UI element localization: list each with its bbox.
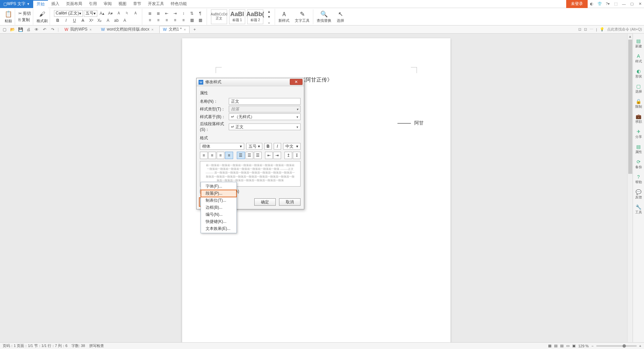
- line-spacing-3-button[interactable]: ☰: [254, 152, 262, 159]
- view-read-icon[interactable]: ▭: [566, 344, 570, 348]
- dialog-close-button[interactable]: ✕: [290, 79, 303, 85]
- sort-icon[interactable]: ⇅: [188, 10, 196, 16]
- side-new[interactable]: ▤新建: [634, 37, 644, 50]
- tab-view[interactable]: 视图: [115, 0, 130, 8]
- qa-preview-icon[interactable]: 👁: [34, 27, 40, 33]
- menu-numbering[interactable]: 编号(N)...: [201, 211, 236, 218]
- format-painter-icon[interactable]: 🖌: [38, 10, 47, 18]
- side-select[interactable]: ▢选择: [634, 82, 644, 95]
- minimize-icon[interactable]: —: [620, 0, 628, 8]
- side-shape[interactable]: ◐形状: [634, 67, 644, 80]
- tab-layout[interactable]: 页面布局: [63, 0, 86, 8]
- para-before-button[interactable]: ↥: [284, 152, 292, 159]
- close-icon[interactable]: ×: [184, 28, 186, 32]
- menu-shortcut[interactable]: 快捷键(K)...: [201, 218, 236, 225]
- line-spacing-icon[interactable]: ↕: [180, 10, 187, 16]
- zoom-slider[interactable]: [596, 345, 637, 347]
- menu-paragraph[interactable]: 段落(P)...: [201, 190, 236, 197]
- close-icon[interactable]: ✕: [636, 0, 644, 8]
- align-center-icon[interactable]: ≡: [155, 17, 162, 23]
- scroll-thumb[interactable]: [628, 40, 632, 174]
- next-select[interactable]: ↵ 正文: [229, 123, 301, 130]
- ok-button[interactable]: 确定: [254, 198, 276, 206]
- qa-undo-icon[interactable]: ↶: [42, 27, 48, 33]
- align-right-button[interactable]: ≡: [217, 152, 224, 159]
- italic-button[interactable]: I: [274, 143, 281, 150]
- base-select[interactable]: ↵（无样式）: [229, 113, 301, 120]
- select-button[interactable]: ↖选择: [335, 10, 346, 23]
- search-hint[interactable]: 点此查找命令 (Alt+Q): [607, 27, 642, 32]
- increase-indent-icon[interactable]: ⇥: [171, 10, 179, 16]
- qa-save-icon[interactable]: 💾: [17, 27, 23, 33]
- style-normal[interactable]: AaBbCcDd正文: [211, 9, 227, 24]
- numbering-icon[interactable]: ≣: [155, 10, 162, 16]
- qa-redo-icon[interactable]: ↷: [50, 27, 56, 33]
- zoom-out-button[interactable]: −: [591, 344, 593, 348]
- side-style[interactable]: A样式: [634, 52, 644, 65]
- view-outline-icon[interactable]: ▤: [554, 344, 557, 348]
- tab-review[interactable]: 审阅: [100, 0, 115, 8]
- subscript-button[interactable]: X₂: [96, 17, 103, 23]
- zoom-level[interactable]: 129 %: [578, 344, 589, 348]
- line-spacing-2-button[interactable]: ☰: [246, 152, 253, 159]
- view-print-icon[interactable]: ▦: [548, 344, 551, 348]
- status-words[interactable]: 字数: 38: [71, 343, 85, 348]
- side-limit[interactable]: 🔒限制: [634, 97, 644, 110]
- tab-reference[interactable]: 引用: [86, 0, 100, 8]
- distribute-icon[interactable]: ≡: [180, 17, 187, 23]
- format-size-select[interactable]: 五号▾: [246, 143, 262, 150]
- tab-devtools[interactable]: 开发工具: [145, 0, 167, 8]
- side-props[interactable]: ▤属性: [634, 143, 644, 156]
- tab-chapter[interactable]: 章节: [130, 0, 145, 8]
- close-icon[interactable]: ×: [151, 28, 153, 32]
- tab-special[interactable]: 特色功能: [167, 0, 190, 8]
- qa-print-icon[interactable]: 🖨: [25, 27, 32, 33]
- name-input[interactable]: 正文: [229, 98, 301, 105]
- char-border-icon[interactable]: Ａ: [132, 10, 139, 16]
- paste-icon[interactable]: 📋: [4, 10, 13, 18]
- strike-button[interactable]: A̶: [79, 17, 87, 23]
- text-tools-button[interactable]: ✎文字工具: [293, 10, 312, 23]
- view-web-icon[interactable]: ▤: [560, 344, 564, 348]
- close-icon[interactable]: ×: [90, 28, 92, 32]
- cancel-button[interactable]: 取消: [279, 198, 301, 206]
- find-replace-button[interactable]: 🔍查找替换: [315, 10, 333, 23]
- side-job[interactable]: 💼求职: [634, 112, 644, 126]
- line-spacing-1-button[interactable]: ☰: [237, 152, 245, 159]
- font-size-select[interactable]: 五号▾: [84, 10, 97, 17]
- more-icon[interactable]: ⋯: [590, 27, 593, 32]
- align-justify-icon[interactable]: ≡: [171, 17, 179, 23]
- font-color-button[interactable]: A: [104, 17, 112, 23]
- zoom-slider-thumb[interactable]: [623, 344, 626, 348]
- scroll-up-icon[interactable]: ▲: [628, 34, 633, 39]
- shading-icon[interactable]: ▦: [188, 17, 196, 23]
- clear-format-icon[interactable]: Ａ: [115, 10, 122, 16]
- app-label[interactable]: ▢ WPS 文字 ▼: [0, 0, 33, 8]
- help-icon[interactable]: ?▾: [604, 0, 612, 8]
- increase-font-icon[interactable]: A▴: [98, 10, 106, 16]
- view-fullscreen-icon[interactable]: ▣: [572, 344, 576, 348]
- shirt-icon[interactable]: 👕: [596, 0, 604, 8]
- menu-font[interactable]: 字体(F)...: [201, 183, 236, 190]
- style-heading1[interactable]: AaBl标题 1: [229, 9, 245, 24]
- italic-button[interactable]: I: [62, 17, 70, 23]
- cloud-icon[interactable]: ⊡: [578, 27, 581, 32]
- font-select[interactable]: Calibri (正文)▾: [54, 10, 83, 17]
- styles-up-icon[interactable]: ▴: [265, 9, 273, 14]
- bold-button[interactable]: B: [264, 143, 272, 150]
- styles-down-icon[interactable]: ▾: [265, 14, 273, 19]
- status-spell[interactable]: 拼写检查: [89, 343, 104, 348]
- menu-text-effect[interactable]: 文本效果(E)...: [201, 225, 236, 232]
- styles-more-icon[interactable]: ⌄: [265, 20, 273, 24]
- tab-insert[interactable]: 插入: [48, 0, 63, 8]
- bold-button[interactable]: B: [54, 17, 61, 23]
- doc-tab-mywps[interactable]: W 我的WPS ×: [61, 26, 95, 33]
- align-justify-button[interactable]: ≡: [225, 152, 233, 159]
- doc-tab-guide[interactable]: W word文档如何排版.docx ×: [97, 26, 157, 33]
- indent-inc-button[interactable]: ⇥: [273, 152, 281, 159]
- tab-start[interactable]: 开始: [33, 0, 48, 8]
- ribbon-toggle-icon[interactable]: ⬚: [612, 0, 620, 8]
- highlight-button[interactable]: ab: [113, 17, 120, 23]
- maximize-icon[interactable]: ▢: [628, 0, 636, 8]
- align-center-button[interactable]: ≡: [208, 152, 216, 159]
